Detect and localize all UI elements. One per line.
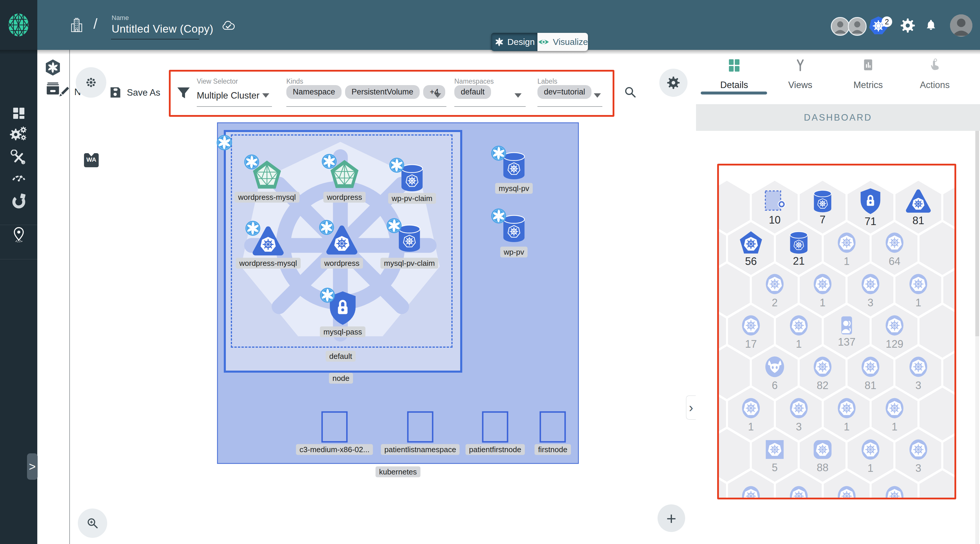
- hex-tile-k8s-light[interactable]: 1: [896, 263, 941, 316]
- visualize-label: Visualize: [553, 37, 588, 47]
- k8s-light-icon: [786, 396, 811, 420]
- namespaces-underline: [454, 106, 526, 107]
- sidebar-item-explore[interactable]: [0, 226, 37, 243]
- wasm-filter-icon[interactable]: WA: [84, 153, 99, 167]
- chevron-down-icon[interactable]: [262, 93, 269, 98]
- node-label: patientlistnamespace: [381, 444, 460, 455]
- canvas-node-empty[interactable]: [481, 410, 509, 443]
- sidebar-item-performance[interactable]: [0, 170, 37, 187]
- hex-tile-k8s-light[interactable]: 3: [896, 346, 941, 399]
- chevron-down-icon[interactable]: [594, 93, 601, 98]
- hex-tile-secret-solid[interactable]: 71: [848, 181, 893, 233]
- hex-tile-rounded-square-light[interactable]: 88: [800, 429, 845, 482]
- cloud-saved-icon: [220, 17, 236, 33]
- hex-tile-k8s-light[interactable]: 1: [872, 388, 918, 441]
- organization-building-icon[interactable]: [68, 17, 85, 34]
- zoom-search-button[interactable]: [78, 509, 107, 538]
- canvas-settings-button[interactable]: [659, 69, 687, 97]
- mesh-sync-button[interactable]: [76, 67, 106, 98]
- save-as-button[interactable]: Save As: [127, 87, 160, 98]
- hex-tile-k8s-light[interactable]: 1: [848, 429, 893, 482]
- labels-label: Labels: [538, 78, 557, 86]
- sidebar-item-lifecycle[interactable]: [0, 125, 37, 144]
- kind-chip[interactable]: Namespace: [286, 85, 342, 99]
- hex-tile-k8s-light[interactable]: 129: [872, 305, 918, 358]
- sidebar-item-configuration[interactable]: [0, 150, 37, 166]
- chevron-down-icon[interactable]: [514, 93, 522, 98]
- node-label: wordpress-mysql: [235, 192, 299, 203]
- section-header: DASHBOARD: [696, 104, 980, 131]
- hex-tile-k8s-light[interactable]: 2: [752, 263, 798, 316]
- hex-tile-k8s-light[interactable]: 1: [824, 388, 870, 441]
- secret-solid-icon: [859, 187, 882, 215]
- tab-actions[interactable]: Actions: [902, 50, 967, 104]
- hex-tile-account[interactable]: 137: [824, 305, 870, 358]
- collaborator-avatar[interactable]: [848, 17, 867, 36]
- hex-tile-k8s-light[interactable]: 81: [848, 346, 893, 399]
- hex-tile-k8s-light[interactable]: 3: [896, 429, 941, 482]
- kinds-chips: NamespacePersistentVolume+4: [286, 85, 449, 99]
- hex-tile-namespace[interactable]: 10: [752, 181, 798, 233]
- tab-design[interactable]: Design: [491, 33, 538, 51]
- hex-tile-k8s-light[interactable]: 3: [776, 388, 822, 441]
- hex-tile-k8s-light[interactable]: 1: [728, 388, 774, 441]
- tab-visualize[interactable]: Visualize: [538, 33, 588, 51]
- labels-underline: [538, 106, 602, 107]
- tab-label: Metrics: [836, 80, 900, 90]
- hex-tile-deployment-solid[interactable]: 81: [896, 181, 941, 233]
- hex-tile-k8s-light[interactable]: 17: [728, 305, 774, 358]
- hex-tile-empty: [920, 222, 955, 275]
- name-input[interactable]: Untitled View (Copy): [111, 23, 213, 35]
- chevron-down-icon[interactable]: [434, 93, 441, 98]
- rail-expand-handle[interactable]: >: [27, 453, 38, 480]
- hex-tile-daemon[interactable]: 6: [752, 346, 798, 399]
- notifications-bell-icon[interactable]: [924, 18, 938, 32]
- sidebar-item-extensions[interactable]: [0, 192, 37, 210]
- hex-tile-k8s-light[interactable]: 1: [776, 305, 822, 358]
- k8s-light-icon: [906, 354, 931, 379]
- hex-tile-k8s-light[interactable]: 3: [848, 263, 893, 316]
- hex-tile-cylinder-solid[interactable]: 21: [776, 222, 822, 275]
- details-grid-icon: [727, 58, 741, 73]
- resource-count: 81: [912, 216, 924, 226]
- add-node-button[interactable]: +: [657, 504, 685, 532]
- kinds-underline: [286, 106, 446, 107]
- hex-tile-k8s-light[interactable]: 64: [872, 222, 918, 275]
- settings-gear-icon[interactable]: [900, 18, 915, 33]
- gear-icon: [667, 76, 680, 89]
- container-label-default: default: [326, 351, 356, 362]
- node-label: wordpress-mysql: [236, 258, 301, 269]
- scrollbar-thumb[interactable]: [975, 131, 979, 336]
- search-icon[interactable]: [623, 85, 637, 99]
- k8s-light-icon: [786, 484, 811, 498]
- hex-tile-k8s-light[interactable]: 1: [800, 263, 845, 316]
- hex-tile-k8s-light[interactable]: 1: [824, 222, 870, 275]
- collaborator-avatar[interactable]: [831, 17, 850, 36]
- user-avatar[interactable]: [950, 14, 972, 36]
- plus-icon: +: [667, 509, 676, 528]
- hex-tile-k8s-light[interactable]: 82: [800, 346, 845, 399]
- tab-metrics[interactable]: Metrics: [836, 50, 900, 104]
- meshery-logo-icon[interactable]: [6, 12, 31, 38]
- context-count: 2: [885, 17, 889, 26]
- canvas-node-empty[interactable]: [406, 410, 434, 443]
- label-chip[interactable]: dev=tutorial: [538, 85, 592, 99]
- panel-collapse-handle[interactable]: ›: [686, 395, 696, 420]
- k8s-light-icon: [738, 313, 763, 338]
- chevron-right-icon: >: [29, 460, 35, 473]
- hex-tile-square-light[interactable]: 5: [752, 429, 798, 482]
- node-label: mysql-pv: [495, 183, 533, 194]
- tab-views[interactable]: Views: [768, 50, 832, 104]
- view-selector-select[interactable]: Multiple Cluster: [197, 90, 259, 101]
- tab-details[interactable]: Details: [702, 50, 767, 104]
- hex-tile-cylinder-solid[interactable]: 7: [800, 181, 845, 233]
- sidebar-item-dashboard[interactable]: [0, 105, 37, 122]
- k8s-light-icon: [858, 272, 883, 297]
- canvas-node-empty[interactable]: [320, 410, 348, 443]
- namespace-chip[interactable]: default: [454, 85, 491, 99]
- canvas-node-empty[interactable]: [539, 410, 567, 443]
- k8s-light-icon: [858, 354, 883, 379]
- kind-chip[interactable]: PersistentVolume: [345, 85, 420, 99]
- meshery-pinwheel-icon[interactable]: [44, 59, 62, 76]
- hex-tile-pentagon-solid[interactable]: 56: [728, 222, 774, 275]
